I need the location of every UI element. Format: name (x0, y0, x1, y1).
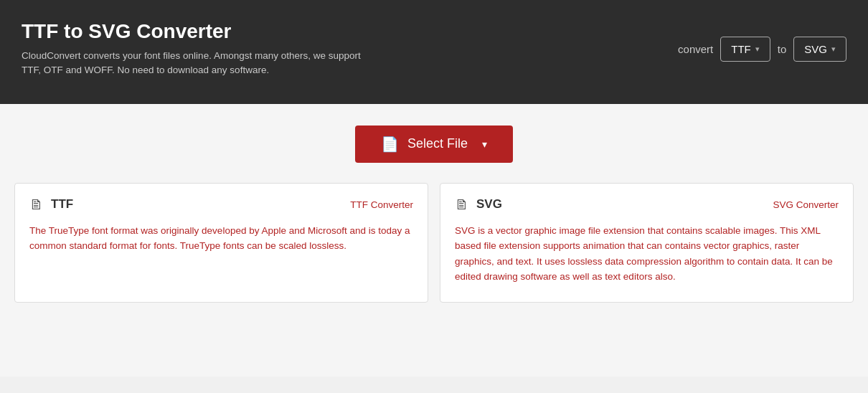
page-title: TTF to SVG Converter (22, 20, 366, 43)
card-body-svg: SVG is a vector graphic image file exten… (455, 223, 839, 285)
header-right: convert TTF ▾ to SVG ▾ (678, 37, 846, 62)
card-title-svg: SVG (476, 197, 502, 212)
main-content: 📄 Select File ▾ 🗎 TTF TTF Converter The … (0, 104, 868, 377)
card-title-left-svg: 🗎 SVG (455, 196, 502, 213)
card-file-icon-ttf: 🗎 (29, 196, 44, 213)
select-file-dropdown-arrow-icon: ▾ (482, 138, 487, 150)
card-title-ttf: TTF (51, 197, 73, 212)
to-format-label: SVG (804, 43, 827, 55)
card-header-ttf: 🗎 TTF TTF Converter (29, 196, 413, 213)
to-format-button[interactable]: SVG ▾ (793, 37, 846, 62)
from-format-chevron-icon: ▾ (755, 44, 760, 54)
select-file-button[interactable]: 📄 Select File ▾ (355, 126, 513, 163)
page-header: TTF to SVG Converter CloudConvert conver… (0, 0, 868, 104)
card-file-icon-svg: 🗎 (455, 196, 469, 213)
select-file-icon: 📄 (381, 136, 399, 153)
cards-row: 🗎 TTF TTF Converter The TrueType font fo… (14, 183, 854, 303)
card-svg: 🗎 SVG SVG Converter SVG is a vector grap… (440, 183, 854, 303)
to-format-chevron-icon: ▾ (831, 44, 836, 54)
card-link-ttf[interactable]: TTF Converter (350, 199, 413, 210)
from-format-button[interactable]: TTF ▾ (720, 37, 770, 62)
card-title-left-ttf: 🗎 TTF (29, 196, 73, 213)
header-description: CloudConvert converts your font files on… (22, 49, 366, 78)
card-ttf: 🗎 TTF TTF Converter The TrueType font fo… (14, 183, 428, 303)
card-link-svg[interactable]: SVG Converter (773, 199, 839, 210)
header-left: TTF to SVG Converter CloudConvert conver… (22, 20, 366, 78)
to-label: to (778, 43, 787, 55)
card-body-ttf: The TrueType font format was originally … (29, 223, 413, 254)
select-file-label: Select File (407, 136, 468, 151)
from-format-label: TTF (731, 43, 751, 55)
convert-label: convert (678, 43, 713, 55)
card-header-svg: 🗎 SVG SVG Converter (455, 196, 839, 213)
select-file-row: 📄 Select File ▾ (14, 126, 854, 163)
